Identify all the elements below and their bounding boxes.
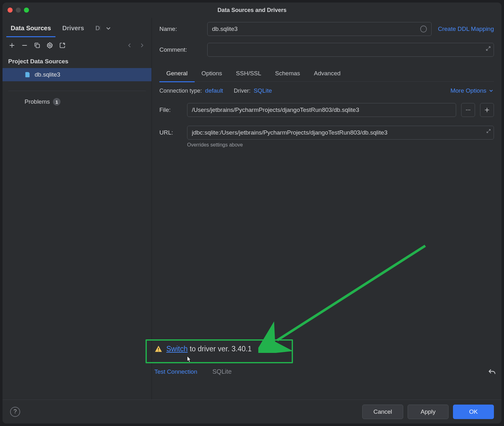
svg-point-1 xyxy=(49,44,51,46)
switch-text: to driver ver. 3.40.1 xyxy=(188,345,252,353)
color-ring-icon[interactable] xyxy=(420,26,427,32)
driver-value[interactable]: SQLite xyxy=(254,87,272,94)
browse-button[interactable] xyxy=(461,103,475,117)
tab-advanced[interactable]: Advanced xyxy=(307,66,348,81)
sidebar: Data Sources Drivers DDL Mappings Projec… xyxy=(3,18,152,423)
cancel-button[interactable]: Cancel xyxy=(362,405,403,419)
section-label: Project Data Sources xyxy=(3,54,152,68)
svg-point-4 xyxy=(469,110,470,110)
more-options-label: More Options xyxy=(450,87,486,94)
problems-row[interactable]: Problems 1 xyxy=(3,94,152,109)
remove-icon[interactable] xyxy=(20,40,30,50)
svg-rect-6 xyxy=(158,348,159,350)
dialog-body: Data Sources Drivers DDL Mappings Projec… xyxy=(3,18,501,423)
zoom-window-icon[interactable] xyxy=(24,8,29,13)
connection-type-value[interactable]: default xyxy=(205,87,223,94)
svg-point-2 xyxy=(466,110,467,110)
bottom-links: Test Connection SQLite xyxy=(154,368,232,375)
expand-url-icon[interactable] xyxy=(486,129,491,135)
file-label: File: xyxy=(159,106,182,113)
apply-button[interactable]: Apply xyxy=(408,405,449,419)
more-options-dropdown[interactable]: More Options xyxy=(450,87,494,94)
driver-name-label: SQLite xyxy=(212,368,232,375)
export-icon[interactable] xyxy=(57,40,67,50)
back-icon[interactable] xyxy=(124,40,135,50)
warning-icon xyxy=(154,345,163,353)
minimize-window-icon xyxy=(16,8,21,13)
tab-data-sources[interactable]: Data Sources xyxy=(6,21,55,37)
url-input[interactable] xyxy=(192,129,489,136)
file-input[interactable] xyxy=(192,106,451,113)
cursor-icon xyxy=(185,355,192,364)
sidebar-toolbar xyxy=(3,37,152,54)
svg-rect-7 xyxy=(158,350,159,351)
file-field[interactable] xyxy=(187,103,456,117)
close-window-icon[interactable] xyxy=(8,8,13,13)
copy-icon[interactable] xyxy=(32,40,42,50)
data-source-item[interactable]: db.sqlite3 xyxy=(3,68,152,81)
main-tabs: General Options SSH/SSL Schemas Advanced xyxy=(159,66,494,82)
switch-driver-notice: Switch to driver ver. 3.40.1 xyxy=(154,345,252,353)
name-input[interactable] xyxy=(212,26,420,32)
svg-point-3 xyxy=(468,110,468,110)
sqlite-icon xyxy=(25,72,31,78)
tab-options[interactable]: Options xyxy=(195,66,229,81)
main-panel: Name: Create DDL Mapping Comment: Genera… xyxy=(152,18,501,423)
tab-schemas[interactable]: Schemas xyxy=(268,66,307,81)
undo-icon[interactable] xyxy=(488,368,496,378)
comment-field[interactable] xyxy=(207,43,494,57)
help-icon[interactable]: ? xyxy=(10,407,20,417)
tab-ssh-ssl[interactable]: SSH/SSL xyxy=(229,66,268,81)
data-source-label: db.sqlite3 xyxy=(35,71,60,78)
url-hint: Overrides settings above xyxy=(187,142,494,148)
connection-row: Connection type: default Driver: SQLite … xyxy=(159,82,494,98)
tab-drivers[interactable]: Drivers xyxy=(58,21,89,37)
connection-type-label: Connection type: xyxy=(159,88,202,94)
divider xyxy=(8,91,146,91)
problems-label: Problems xyxy=(25,98,50,105)
url-row: URL: xyxy=(159,126,494,140)
create-ddl-mapping-link[interactable]: Create DDL Mapping xyxy=(438,26,494,32)
comment-input[interactable] xyxy=(212,46,489,53)
expand-icon[interactable] xyxy=(485,46,491,53)
switch-link[interactable]: Switch xyxy=(166,345,188,353)
sidebar-tabs: Data Sources Drivers DDL Mappings xyxy=(3,18,152,37)
test-connection-link[interactable]: Test Connection xyxy=(154,368,197,375)
name-label: Name: xyxy=(159,26,201,32)
problems-count-badge: 1 xyxy=(53,98,60,106)
url-label: URL: xyxy=(159,129,182,136)
dialog-footer: ? Cancel Apply OK xyxy=(3,400,501,423)
ok-button[interactable]: OK xyxy=(453,405,494,419)
chevron-down-icon[interactable] xyxy=(103,23,114,36)
titlebar: Data Sources and Drivers xyxy=(3,3,501,18)
forward-icon[interactable] xyxy=(137,40,147,50)
tab-general[interactable]: General xyxy=(159,66,195,81)
tab-ddl-mappings[interactable]: DDL Mappings xyxy=(91,21,100,37)
svg-rect-0 xyxy=(36,44,39,48)
add-icon[interactable] xyxy=(7,40,17,50)
dialog-title: Data Sources and Drivers xyxy=(3,7,501,14)
url-field[interactable] xyxy=(187,126,494,140)
gear-icon[interactable] xyxy=(45,40,55,50)
file-row: File: xyxy=(159,103,494,117)
comment-label: Comment: xyxy=(159,46,201,53)
create-file-button[interactable] xyxy=(480,103,494,117)
name-field[interactable] xyxy=(207,22,432,36)
driver-label: Driver: xyxy=(234,88,250,94)
window-controls xyxy=(8,8,29,13)
dialog-window: Data Sources and Drivers Data Sources Dr… xyxy=(3,3,501,423)
